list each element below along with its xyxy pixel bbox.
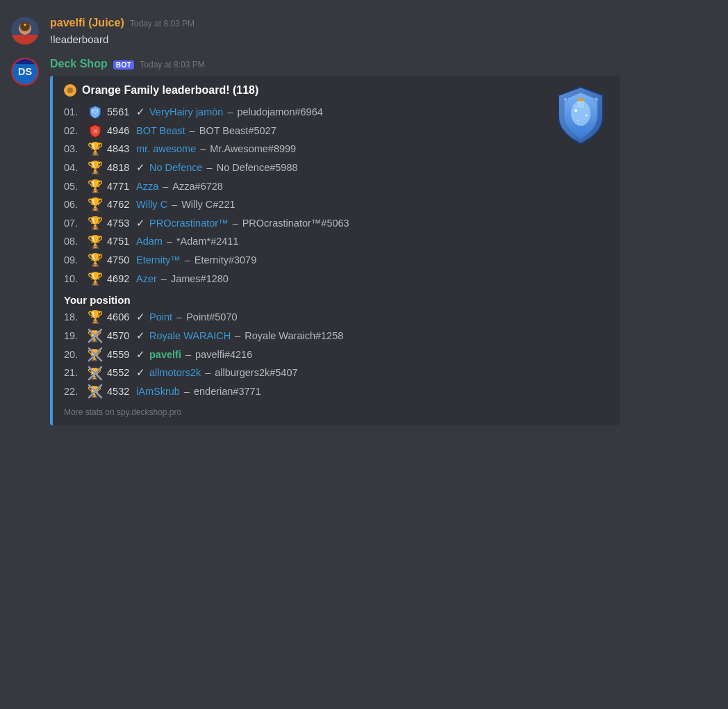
- entry-icon: 🏆: [88, 366, 103, 381]
- entry-tag: pavelfi#4216: [195, 346, 252, 364]
- list-item: 01. 🛡 5561 ✓ VeryHairy jamòn – peludojam…: [64, 104, 542, 121]
- entry-name: Point: [149, 309, 172, 326]
- entry-number: 19.: [64, 327, 83, 345]
- entry-name: allmotors2k: [149, 364, 201, 382]
- cr-shield-icon: [553, 84, 609, 147]
- entry-score: 4750: [107, 252, 132, 269]
- embed: Orange Family leaderboard! (118) 01. 🛡 5…: [50, 76, 620, 425]
- entry-dash: –: [163, 178, 168, 195]
- leaderboard-entries-position: 18. 🏆 4606 ✓ Point – Point#5070 19. 🏆 45…: [64, 309, 542, 400]
- entry-score: 4552: [107, 364, 132, 382]
- bot-username: Deck Shop: [50, 58, 108, 70]
- leaderboard-title-text: Orange Family leaderboard! (118): [82, 84, 258, 97]
- entry-score: 4606: [107, 309, 132, 326]
- entry-tag: No Defence#5988: [217, 159, 298, 177]
- entry-icon: 🏆: [88, 234, 103, 250]
- entry-tag: Willy C#221: [181, 196, 235, 213]
- entry-score: 4570: [107, 327, 132, 345]
- entry-score: 4818: [107, 159, 132, 177]
- entry-number: 08.: [64, 233, 83, 250]
- entry-number: 20.: [64, 346, 83, 364]
- entry-number: 05.: [64, 178, 83, 195]
- entry-score: 4692: [107, 270, 132, 288]
- entry-check: ✓: [136, 215, 145, 232]
- entry-number: 02.: [64, 122, 83, 140]
- entry-name: No Defence: [149, 159, 203, 177]
- entry-icon: 🏆: [88, 328, 103, 343]
- entry-score: 4559: [107, 346, 132, 364]
- entry-number: 01.: [64, 104, 83, 121]
- entry-tag: peludojamon#6964: [237, 104, 322, 121]
- entry-number: 07.: [64, 215, 83, 232]
- list-item: 02. ⚔ 4946 BOT Beast – BOT Beast#5027: [64, 122, 542, 140]
- entry-score: 4843: [107, 140, 132, 158]
- entry-name: Azza: [136, 178, 158, 195]
- entry-icon: 🏆: [88, 179, 103, 194]
- entry-name: VeryHairy jamòn: [149, 104, 223, 121]
- entry-name: mr. awesome: [136, 140, 196, 158]
- section-title: Your position: [64, 294, 542, 306]
- entry-name: PROcrastinator™: [149, 215, 229, 232]
- list-item: 05. 🏆 4771 Azza – Azza#6728: [64, 178, 542, 195]
- entry-name: Eternity™: [136, 252, 181, 269]
- entry-dash: –: [235, 327, 240, 345]
- entry-check: ✓: [136, 327, 145, 345]
- entry-name: pavelfi: [149, 346, 181, 364]
- entry-check: ✓: [136, 159, 145, 177]
- bot-message-content: Deck Shop BOT Today at 8:03 PM Orange Fa…: [50, 58, 717, 425]
- leaderboard-title: Orange Family leaderboard! (118): [64, 84, 542, 97]
- entry-icon: 🏆: [88, 347, 103, 362]
- footer-text: More stats on spy.deckshop.pro: [64, 407, 542, 417]
- entry-dash: –: [205, 364, 210, 382]
- entry-tag: BOT Beast#5027: [199, 122, 276, 140]
- entry-tag: Royale Waraich#1258: [245, 327, 343, 345]
- svg-point-28: [574, 109, 577, 112]
- bot-avatar: DS: [11, 58, 39, 85]
- entry-score: 5561: [107, 104, 132, 121]
- entry-score: 4751: [107, 233, 132, 250]
- list-item: 20. 🏆 4559 ✓ pavelfi – pavelfi#4216: [64, 346, 542, 364]
- entry-number: 21.: [64, 364, 83, 382]
- username: pavelfi (Juice): [50, 17, 124, 29]
- entry-icon: 🏆: [88, 197, 103, 213]
- entry-icon: 🛡: [88, 104, 103, 120]
- entry-number: 09.: [64, 252, 83, 269]
- svg-point-29: [586, 115, 588, 117]
- list-item: 22. 🏆 4532 iAmSkrub – enderian#3771: [64, 383, 542, 400]
- cr-shield-thumbnail: [553, 84, 609, 417]
- embed-body: Orange Family leaderboard! (118) 01. 🛡 5…: [64, 84, 542, 417]
- svg-point-31: [563, 97, 568, 101]
- entry-name: BOT Beast: [136, 122, 185, 140]
- entry-number: 22.: [64, 383, 83, 400]
- entry-tag: enderian#3771: [194, 383, 261, 400]
- entry-dash: –: [233, 215, 238, 232]
- entry-tag: Eternity#3079: [195, 252, 256, 269]
- entry-check: ✓: [136, 364, 145, 382]
- entry-icon: 🏆: [88, 160, 103, 175]
- timestamp: Today at 8:03 PM: [130, 19, 195, 28]
- entry-check: ✓: [136, 104, 145, 121]
- svg-text:⚔: ⚔: [93, 128, 98, 134]
- list-item: 07. 🏆 4753 ✓ PROcrastinator™ – PROcrasti…: [64, 215, 542, 232]
- entry-score: 4762: [107, 196, 132, 213]
- entry-name: Azer: [136, 270, 157, 288]
- entry-dash: –: [176, 309, 182, 326]
- list-item: 21. 🏆 4552 ✓ allmotors2k – allburgers2k#…: [64, 364, 542, 382]
- svg-text:DS: DS: [18, 66, 32, 77]
- svg-point-30: [577, 120, 579, 121]
- svg-text:🛡: 🛡: [92, 108, 99, 115]
- svg-point-4: [20, 22, 30, 31]
- entry-number: 03.: [64, 140, 83, 158]
- entry-tag: Azza#6728: [172, 178, 223, 195]
- bot-message: DS Deck Shop BOT Today at 8:03 PM Orange…: [0, 52, 728, 431]
- list-item: 08. 🏆 4751 Adam – *Adam*#2411: [64, 233, 542, 250]
- entry-dash: –: [172, 196, 177, 213]
- entry-dash: –: [185, 346, 191, 364]
- svg-rect-27: [577, 98, 584, 101]
- orange-dot-icon: [64, 84, 76, 97]
- entry-icon: 🏆: [88, 310, 103, 325]
- entry-icon: 🏆: [88, 142, 103, 157]
- svg-point-32: [594, 97, 598, 101]
- entry-name: Willy C: [136, 196, 167, 213]
- entry-tag: James#1280: [171, 270, 229, 288]
